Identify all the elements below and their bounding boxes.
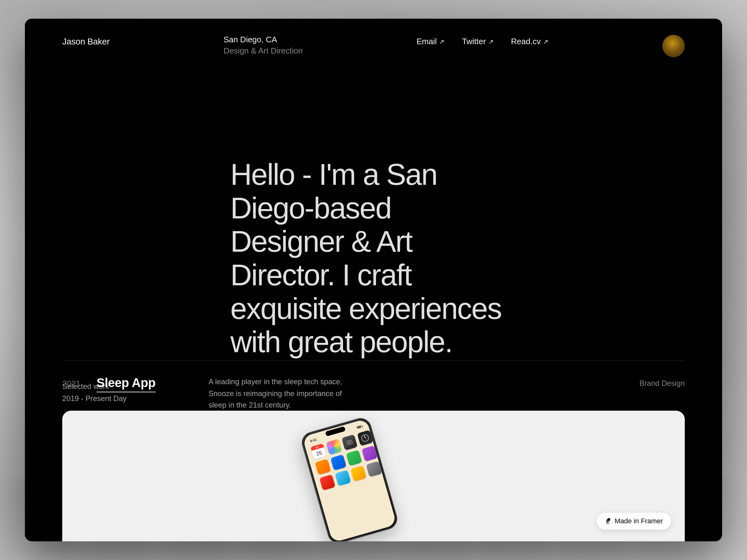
app-icon-red — [319, 475, 336, 490]
framer-badge-label: Made in Framer — [615, 517, 663, 525]
phone-tilt: 9:41 SAT 25 — [299, 415, 400, 541]
app-icon-yellow — [351, 465, 367, 482]
site-name: Jason Baker — [62, 35, 109, 47]
framer-svg-icon — [605, 518, 612, 525]
nav-readcv[interactable]: Read.cv↗ — [511, 37, 548, 46]
work-title: Sleep App — [97, 376, 156, 392]
framer-badge[interactable]: Made in Framer — [597, 513, 671, 530]
app-icon-teal — [335, 470, 351, 486]
header-location: San Diego, CA Design & Art Direction — [224, 35, 303, 56]
work-description: A leading player in the sleep tech space… — [209, 376, 352, 411]
browser-window: Jason Baker San Diego, CA Design & Art D… — [25, 19, 722, 541]
app-icon-camera — [341, 434, 358, 451]
framer-logo-icon — [605, 518, 612, 525]
app-icon-calendar: SAT 25 — [310, 443, 327, 459]
nav-readcv-arrow: ↗ — [543, 38, 548, 46]
avatar-image — [662, 35, 685, 57]
app-icon-clock — [357, 430, 373, 446]
app-icon-gray — [366, 461, 382, 477]
location-role: Design & Art Direction — [224, 46, 303, 56]
app-icon-photos — [326, 439, 342, 455]
avatar[interactable] — [662, 35, 685, 57]
nav-twitter-arrow: ↗ — [488, 38, 494, 46]
work-title-wrapper[interactable]: Sleep App — [97, 376, 190, 392]
app-icon-purple — [362, 446, 378, 462]
site-header: Jason Baker San Diego, CA Design & Art D… — [25, 19, 722, 57]
phone-time: 9:41 — [309, 437, 317, 443]
app-icon-green — [346, 450, 362, 466]
location-city: San Diego, CA — [224, 35, 303, 45]
nav-email[interactable]: Email↗ — [416, 37, 444, 46]
work-tag: Brand Design — [640, 376, 685, 388]
hero-headline: Hello - I'm a San Diego-based Designer &… — [230, 158, 511, 358]
header-nav: Email↗ Twitter↗ Read.cv↗ — [416, 35, 548, 46]
app-icon-blue — [331, 455, 347, 471]
nav-twitter-label: Twitter — [462, 37, 486, 46]
nav-email-label: Email — [416, 37, 437, 46]
nav-email-arrow: ↗ — [439, 38, 444, 46]
preview-card: 9:41 SAT 25 — [62, 411, 685, 541]
section-divider — [62, 361, 685, 361]
nav-twitter[interactable]: Twitter↗ — [462, 37, 494, 46]
hero-headline-column: Hello - I'm a San Diego-based Designer &… — [218, 158, 685, 358]
work-row: 2021 Sleep App A leading player in the s… — [25, 364, 722, 411]
app-icon-orange — [315, 459, 331, 475]
nav-readcv-label: Read.cv — [511, 37, 541, 46]
work-year: 2021 — [62, 376, 97, 389]
phone-status-icons — [356, 425, 363, 429]
phone-mockup-container: 9:41 SAT 25 — [314, 423, 413, 541]
phone-screen: 9:41 SAT 25 — [302, 419, 396, 541]
